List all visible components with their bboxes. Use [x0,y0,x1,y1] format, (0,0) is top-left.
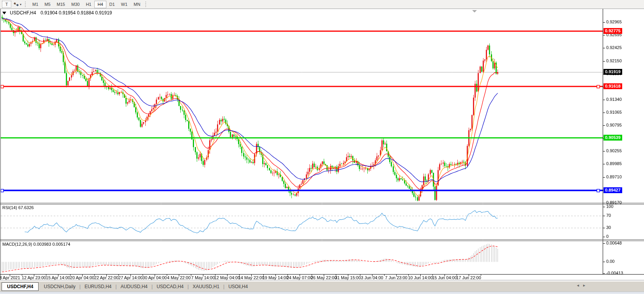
toolbar: T ▾ M1M5M15M30H1H4D1W1MN [0,0,644,9]
mt4-window: T ▾ M1M5M15M30H1H4D1W1MN USDCHF,H4 0.919… [0,0,644,294]
price-badge: 0.90539 [603,135,622,141]
time-axis-label: 20 Apr 04:00 [70,275,94,280]
time-axis-label: 14 May 22:00 [238,275,265,280]
time-axis-label: 19 May 14:00 [263,275,289,280]
chart-tab-eurusd-h4[interactable]: EURUSD,H4 [81,283,115,290]
price-tick-label: 0.90255 [606,148,622,153]
rsi-tick-label: 70 [606,213,611,218]
chart-tab-usdchf-h4[interactable]: USDCHF,H4 [2,282,39,291]
status-bar [0,292,644,294]
price-tick-label: 0.91340 [606,97,622,102]
timeframe-button-h4[interactable]: H4 [94,1,106,8]
chart-tab-usdcnh-daily[interactable]: USDCNH,Daily [40,283,79,290]
chart-tab-usoil-h4[interactable]: USOil,H4 [224,283,252,290]
price-tick-label: 0.91065 [606,110,622,114]
text-tool-button[interactable]: T [2,1,11,8]
chart-tab-xauusd-h1[interactable]: XAUUSD,H1 [189,283,223,290]
rsi-indicator-label: RSI(14) 67.6326 [2,205,34,210]
chart-canvas[interactable] [0,0,644,294]
macd-tick-label: 0.00 [606,259,614,264]
timeframe-button-mn[interactable]: MN [131,1,143,8]
time-axis-label: 12 Apr 23:00 [22,275,46,280]
rsi-tick-label: 100 [606,204,613,209]
chart-shift-marker-icon[interactable] [472,10,477,12]
time-axis-label: 7 Jun 23:00 [385,275,408,280]
price-badge: 0.92775 [603,28,622,34]
rsi-tick-label: 30 [606,225,611,230]
macd-indicator-label: MACD(12,26,9) 0.003983 0.005174 [2,242,70,246]
arrows-tool-button[interactable]: ▾ [12,1,23,7]
timeframe-button-m30[interactable]: M30 [68,1,83,8]
one-click-trading-toggle-icon[interactable] [2,12,6,14]
toolbar-grip-2 [145,2,148,7]
price-tick-label: 0.92150 [606,58,622,63]
price-tick-label: 0.90795 [606,123,622,127]
price-tick-label: 0.92425 [606,45,622,50]
time-axis-label: 17 Jun 22:00 [456,275,481,280]
time-axis-label: 7 May 14:00 [191,275,215,280]
time-axis-label: 15 Apr 14:00 [46,275,70,280]
time-axis-label: 24 May 07:00 [287,275,313,280]
timeframe-bar: M1M5M15M30H1H4D1W1MN [29,1,143,8]
tab-scroll-right-icon[interactable]: ► [582,284,586,287]
time-axis-label: 22 Apr 22:00 [94,275,118,280]
timeframe-button-m1[interactable]: M1 [29,1,41,8]
time-axis-label: 12 May 04:00 [214,275,240,280]
timeframe-button-m15[interactable]: M15 [54,1,68,8]
price-tick-label: 0.92965 [606,19,622,24]
toolbar-grip [25,2,27,7]
price-tick-label: 0.89985 [606,161,622,166]
rsi-tick-label: 0 [606,234,609,239]
time-axis-label: 30 Apr 04:00 [143,275,167,280]
chart-tab-bar: USDCHF,H4|USDCNH,Daily|EURUSD,H4|AUDUSD,… [0,281,644,292]
macd-tick-label: 0.00648 [606,241,622,245]
tab-scroll-left-icon[interactable]: ◄ [576,284,580,287]
arrows-icon [13,2,19,7]
price-badge: 0.89427 [603,187,622,193]
chart-tab-audusd-h4[interactable]: AUDUSD,H4 [116,283,151,290]
time-axis-label: 3 Jun 04:00 [361,275,383,280]
price-badge: 0.91919 [603,69,622,75]
timeframe-button-w1[interactable]: W1 [118,1,131,8]
timeframe-button-m5[interactable]: M5 [41,1,53,8]
timeframe-button-h1[interactable]: H1 [83,1,94,8]
time-axis-label: 8 Apr 2021 [0,275,20,280]
time-axis-label: 31 May 15:00 [335,275,361,280]
time-axis-label: 15 Jun 04:00 [432,275,457,280]
chart-tab-usdcad-h4[interactable]: USDCAD,H4 [153,283,187,290]
chart-symbol-period: USDCHF,H4 [10,10,36,16]
time-axis-label: 10 Jun 14:00 [408,275,433,280]
chart-ohlc-values: 0.91904 0.91954 0.91884 0.91919 [41,10,112,16]
price-tick-label: 0.89710 [606,174,622,179]
chevron-down-icon: ▾ [20,3,21,6]
timeframe-button-d1[interactable]: D1 [106,1,118,8]
time-axis-label: 4 May 22:00 [167,275,191,280]
time-axis-label: 27 Apr 14:00 [118,275,143,280]
price-badge: 0.91618 [603,83,622,89]
macd-tick-label: -0.00413 [606,271,623,275]
chart-title: USDCHF,H4 0.91904 0.91954 0.91884 0.9191… [2,10,112,16]
time-axis-label: 26 May 22:00 [311,275,337,280]
